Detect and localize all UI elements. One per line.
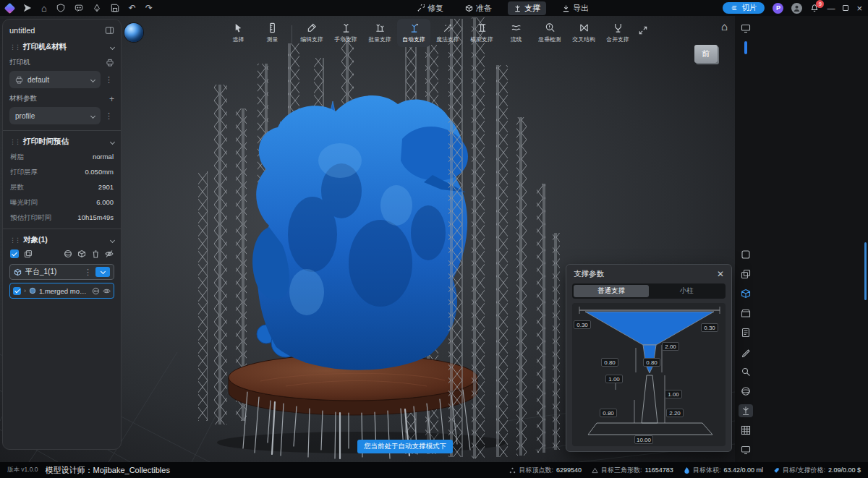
minimize-button[interactable]: — xyxy=(827,4,835,12)
save-icon[interactable] xyxy=(111,4,119,12)
tool-merge-support[interactable]: 合并支撑 xyxy=(601,19,634,47)
display-icon[interactable] xyxy=(739,22,753,35)
grid-icon[interactable] xyxy=(739,424,753,437)
beam-icon xyxy=(477,22,488,33)
dim-neck: 2.00 xyxy=(662,342,679,351)
dim-shaft: 1.00 xyxy=(605,375,623,383)
layers-icon[interactable] xyxy=(739,268,753,281)
chevron-down-icon xyxy=(110,139,115,144)
printer-select[interactable]: default xyxy=(9,71,101,88)
time-estimate-section-header[interactable]: ⋮⋮ 打印时间预估 xyxy=(9,137,114,147)
add-material-icon[interactable]: + xyxy=(109,95,114,103)
divider xyxy=(3,130,121,131)
stat-row-print-time: 预估打印时间10h15m49s xyxy=(10,213,114,223)
close-button[interactable]: × xyxy=(856,3,862,14)
assistant-icon[interactable] xyxy=(75,4,83,12)
vertices-icon xyxy=(509,467,516,474)
dim-mid-right: 0.80 xyxy=(643,358,660,367)
tool-overhang-detect[interactable]: 悬垂检测 xyxy=(533,19,566,47)
monitor-icon[interactable] xyxy=(739,443,753,456)
ruler-icon xyxy=(267,22,278,33)
select-all-checkbox[interactable] xyxy=(10,249,19,258)
drag-handle-icon: ⋮⋮ xyxy=(9,43,20,51)
home-icon[interactable]: ⌂ xyxy=(41,3,47,14)
sphere-icon[interactable] xyxy=(739,385,753,398)
drag-handle-icon: ⋮⋮ xyxy=(9,236,20,244)
collapse-panel-icon[interactable] xyxy=(105,26,114,35)
dim-top-left: 0.30 xyxy=(574,320,591,329)
left-panel: untitled ⋮⋮ 打印机&材料 打印机 default ⋮ 材料参数 + xyxy=(2,19,122,450)
platform-dropdown-button[interactable] xyxy=(95,267,110,277)
undo-icon[interactable]: ↶ xyxy=(129,3,136,13)
menu-support[interactable]: 支撑 xyxy=(508,1,546,15)
menu-repair[interactable]: 修复 xyxy=(411,1,449,15)
design-icon[interactable] xyxy=(93,4,101,12)
support-mode-icon[interactable] xyxy=(739,404,753,417)
tool-auto-support[interactable]: 自动支撑 xyxy=(397,19,430,47)
more-circle-icon[interactable] xyxy=(92,287,100,295)
app-logo-icon[interactable] xyxy=(4,2,16,14)
stat-row-layer-count: 层数2901 xyxy=(10,183,114,192)
clipboard-icon[interactable] xyxy=(739,326,753,339)
tool-beam-support[interactable]: 横梁支撑 xyxy=(465,19,498,47)
user-avatar[interactable] xyxy=(791,3,802,14)
objects-section-header[interactable]: ⋮⋮ 对象(1) xyxy=(9,235,114,245)
tool-manual-support[interactable]: 手动支撑 xyxy=(329,19,362,47)
shield-icon[interactable] xyxy=(56,4,65,12)
platform-options-button[interactable]: ⋮ xyxy=(84,268,92,277)
expand-chevron-icon[interactable]: › xyxy=(24,287,26,294)
printer-manage-icon[interactable] xyxy=(106,59,114,67)
eye-off-icon[interactable] xyxy=(105,249,114,258)
platform-cube-icon xyxy=(14,268,22,276)
plugin-avatar[interactable]: P xyxy=(773,3,783,14)
tool-edit-support[interactable]: 编辑支撑 xyxy=(295,19,328,47)
printer-options-button[interactable]: ⋮ xyxy=(103,71,114,88)
strip-scroll-indicator[interactable] xyxy=(744,41,747,54)
launch-icon[interactable] xyxy=(23,4,32,12)
platform-tree-item[interactable]: 平台_1(1) ⋮ xyxy=(9,264,114,280)
tool-batch-support[interactable]: 批量支撑 xyxy=(363,19,396,47)
frame-icon[interactable] xyxy=(739,248,753,261)
view-cube[interactable]: 前 xyxy=(694,45,718,63)
sphere-icon[interactable] xyxy=(64,249,72,258)
close-icon[interactable]: ✕ xyxy=(717,269,724,279)
dim-lower-right-2: 2.20 xyxy=(666,409,684,417)
stat-price: 目标/支撑价格:2.09/0.00 $ xyxy=(773,466,861,475)
cube-blue-icon[interactable] xyxy=(739,287,753,300)
redo-icon[interactable]: ↷ xyxy=(145,3,153,13)
model-tree-item[interactable]: › 1.merged model.stl xyxy=(9,283,114,299)
trash-icon[interactable] xyxy=(91,249,100,258)
tab-normal-support[interactable]: 普通支撑 xyxy=(574,285,649,297)
tool-cross-structure[interactable]: 交叉结构 xyxy=(567,19,600,47)
maximize-button[interactable] xyxy=(843,5,848,11)
pen-icon[interactable] xyxy=(739,346,753,359)
cube-icon[interactable] xyxy=(77,249,86,258)
model-checkbox[interactable] xyxy=(13,287,21,295)
panel-scrollbar[interactable] xyxy=(864,242,867,300)
tool-measure[interactable]: 测量 xyxy=(255,19,289,47)
tool-streamline[interactable]: 流线 xyxy=(499,19,532,47)
menu-prepare[interactable]: 准备 xyxy=(459,1,498,15)
inspect-icon[interactable] xyxy=(739,365,753,378)
material-options-button[interactable]: ⋮ xyxy=(103,107,114,124)
view-home-icon[interactable]: ⌂ xyxy=(721,21,728,32)
toolbar-expand-button[interactable] xyxy=(639,26,647,35)
chevron-down-icon xyxy=(110,237,115,242)
slice-button[interactable]: 切片 xyxy=(723,2,765,14)
tab-small-pillar[interactable]: 小柱 xyxy=(649,285,724,297)
tool-magic-support[interactable]: 魔法支撑 xyxy=(431,19,464,47)
dialog-title: 支撑参数 xyxy=(574,269,604,279)
tool-select[interactable]: 选择 xyxy=(221,19,255,47)
box-icon[interactable] xyxy=(739,307,753,320)
duplicate-icon[interactable] xyxy=(24,249,33,258)
material-label: 材料参数 xyxy=(9,94,37,103)
printer-material-section-header[interactable]: ⋮⋮ 打印机&材料 xyxy=(9,42,114,52)
menu-export[interactable]: 导出 xyxy=(556,1,595,15)
eye-icon[interactable] xyxy=(103,287,111,295)
chevron-down-icon xyxy=(110,44,115,49)
material-select[interactable]: profile xyxy=(9,107,101,124)
material-sphere[interactable] xyxy=(124,23,143,42)
notifications-button[interactable]: 9 xyxy=(810,4,819,12)
designer-label: 模型设计师：Mojibake_Collectibles xyxy=(46,465,170,476)
edit-support-icon xyxy=(307,22,318,33)
